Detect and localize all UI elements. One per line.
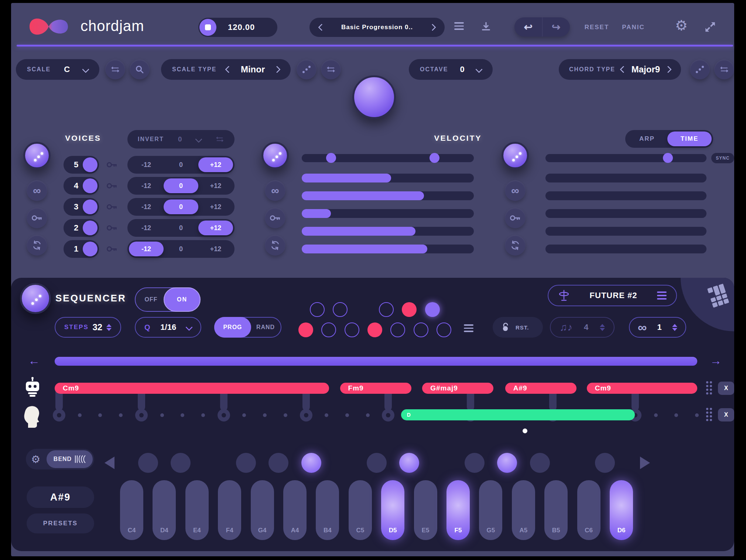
tempo-pill[interactable]: 120.00 xyxy=(198,18,277,37)
prog-option[interactable]: PROG xyxy=(214,317,251,338)
voices-randomize-dice-knob[interactable] xyxy=(23,142,51,169)
steps-control[interactable]: STEPS 32 xyxy=(55,317,121,338)
seq-step[interactable] xyxy=(298,322,313,337)
invert-value[interactable]: 0 xyxy=(178,135,182,143)
voice-key-lock-icon[interactable] xyxy=(106,181,117,191)
time-key-lock-icon-button[interactable] xyxy=(505,208,526,228)
step-anchor-handle[interactable] xyxy=(218,409,230,421)
chord-type-prev-icon[interactable] xyxy=(620,66,627,73)
chord-type-selector[interactable]: CHORD TYPE Major9 xyxy=(559,59,681,80)
chord-type-value[interactable]: Major9 xyxy=(632,64,660,75)
note-division-value[interactable]: 4 xyxy=(584,322,588,332)
scale-flip-button[interactable] xyxy=(321,59,341,79)
redo-button[interactable]: ↪ xyxy=(543,17,570,37)
velocity-slider-handle[interactable] xyxy=(326,153,336,163)
octave-option-+12[interactable]: +12 xyxy=(198,178,233,193)
reset-sequence-button[interactable]: RST. xyxy=(493,317,543,338)
seq-step[interactable] xyxy=(402,302,417,317)
sequence-preset-selector[interactable]: FUTURE #2 xyxy=(548,285,677,306)
velocity-bar[interactable] xyxy=(302,209,474,218)
chord-block[interactable]: Cm9 xyxy=(55,383,329,394)
piano-key-E5[interactable]: E5 xyxy=(414,480,437,540)
piano-key-A5[interactable]: A5 xyxy=(512,480,535,540)
velocity-slider-handle[interactable] xyxy=(430,153,439,163)
time-slider[interactable] xyxy=(545,154,706,162)
arp-time-toggle[interactable]: ARP TIME xyxy=(625,130,713,148)
bend-gear-icon[interactable]: ⚙ xyxy=(31,453,40,465)
piano-key-C6[interactable]: C6 xyxy=(577,480,600,540)
scale-search-button[interactable] xyxy=(130,59,150,79)
velocity-bar[interactable] xyxy=(302,227,474,236)
settings-gear-button[interactable]: ⚙ xyxy=(675,18,688,33)
octave-option-0[interactable]: 0 xyxy=(164,157,198,172)
chord-flip-button[interactable] xyxy=(714,59,734,79)
robot-lane-icon[interactable] xyxy=(24,377,41,397)
step-anchor-handle[interactable] xyxy=(135,409,148,421)
velocity-cycle-reset-icon-button[interactable] xyxy=(265,235,285,256)
menu-button[interactable] xyxy=(454,22,464,30)
lane-scroll-right-button[interactable]: → xyxy=(710,354,722,368)
scale-type-value[interactable]: Minor xyxy=(241,64,265,75)
time-bar[interactable] xyxy=(545,245,706,253)
time-slider-handle[interactable] xyxy=(663,153,673,163)
time-bar[interactable] xyxy=(545,174,706,182)
voice-toggle[interactable] xyxy=(83,178,97,193)
main-morph-knob[interactable] xyxy=(352,75,396,119)
voice-toggle[interactable] xyxy=(83,199,97,214)
preset-prev-icon[interactable] xyxy=(318,24,325,31)
time-bar[interactable] xyxy=(545,191,706,200)
invert-dropdown-icon[interactable] xyxy=(195,136,202,143)
octave-option--12[interactable]: -12 xyxy=(129,157,164,172)
bend-circle[interactable] xyxy=(268,453,288,473)
voice-toggle[interactable] xyxy=(83,221,97,235)
seq-step[interactable] xyxy=(310,302,325,317)
seq-step[interactable] xyxy=(390,322,405,337)
loop-control[interactable]: ∞ 1 xyxy=(629,317,686,338)
sequence-preset-name[interactable]: FUTURE #2 xyxy=(590,291,637,300)
bend-circle[interactable] xyxy=(465,453,485,473)
voice-octave-segment[interactable]: -120+12 xyxy=(127,177,235,195)
seq-step[interactable] xyxy=(437,322,451,337)
note-lane-clear-button[interactable]: X xyxy=(718,408,734,421)
sequencer-on-off-toggle[interactable]: OFF ON xyxy=(135,287,200,312)
note-bar[interactable]: D xyxy=(401,409,635,420)
preset-next-icon[interactable] xyxy=(429,24,436,31)
arp-option[interactable]: ARP xyxy=(625,135,669,143)
velocity-key-lock-icon-button[interactable] xyxy=(265,208,285,228)
voices-cycle-reset-icon-button[interactable] xyxy=(27,235,47,256)
octave-option-0[interactable]: 0 xyxy=(164,221,198,235)
scale-type-next-icon[interactable] xyxy=(273,66,281,73)
voices-infinity-link-icon-button[interactable]: ∞ xyxy=(27,180,47,201)
seq-step[interactable] xyxy=(414,322,428,337)
scale-type-selector[interactable]: SCALE TYPE Minor xyxy=(161,59,291,80)
sequencer-randomize-knob[interactable] xyxy=(20,283,51,314)
time-bar[interactable] xyxy=(545,209,706,218)
invert-swap-icon[interactable] xyxy=(215,136,224,143)
resize-window-icon[interactable] xyxy=(704,21,716,33)
bend-circle-lit[interactable] xyxy=(301,453,321,473)
piano-key-F5[interactable]: F5 xyxy=(446,480,470,540)
octave-option-0[interactable]: 0 xyxy=(164,178,198,193)
time-randomize-dice-knob[interactable] xyxy=(502,142,529,169)
piano-key-G4[interactable]: G4 xyxy=(251,480,274,540)
piano-key-B5[interactable]: B5 xyxy=(544,480,568,540)
sync-button[interactable]: SYNC xyxy=(711,153,734,163)
voice-count-pill[interactable]: 2 xyxy=(64,219,99,237)
scale-type-prev-icon[interactable] xyxy=(225,66,232,73)
reset-button[interactable]: RESET xyxy=(576,24,617,31)
velocity-range-slider[interactable] xyxy=(302,154,474,162)
voice-key-lock-icon[interactable] xyxy=(106,202,117,212)
piano-key-C4[interactable]: C4 xyxy=(120,480,143,540)
preset-selector[interactable]: Basic Progression 0.. xyxy=(309,18,445,37)
voice-count-pill[interactable]: 3 xyxy=(64,198,99,216)
piano-key-F4[interactable]: F4 xyxy=(218,480,241,540)
octave-option-+12[interactable]: +12 xyxy=(198,242,233,256)
quantize-dropdown-icon[interactable] xyxy=(185,324,193,331)
step-anchor-handle[interactable] xyxy=(53,409,65,421)
piano-key-C5[interactable]: C5 xyxy=(349,480,372,540)
octave-option-0[interactable]: 0 xyxy=(164,199,198,214)
bend-circle[interactable] xyxy=(595,453,615,473)
steps-stepper-icon[interactable] xyxy=(106,324,112,331)
quantize-value[interactable]: 1/16 xyxy=(160,322,176,332)
octave-option--12[interactable]: -12 xyxy=(129,178,164,193)
